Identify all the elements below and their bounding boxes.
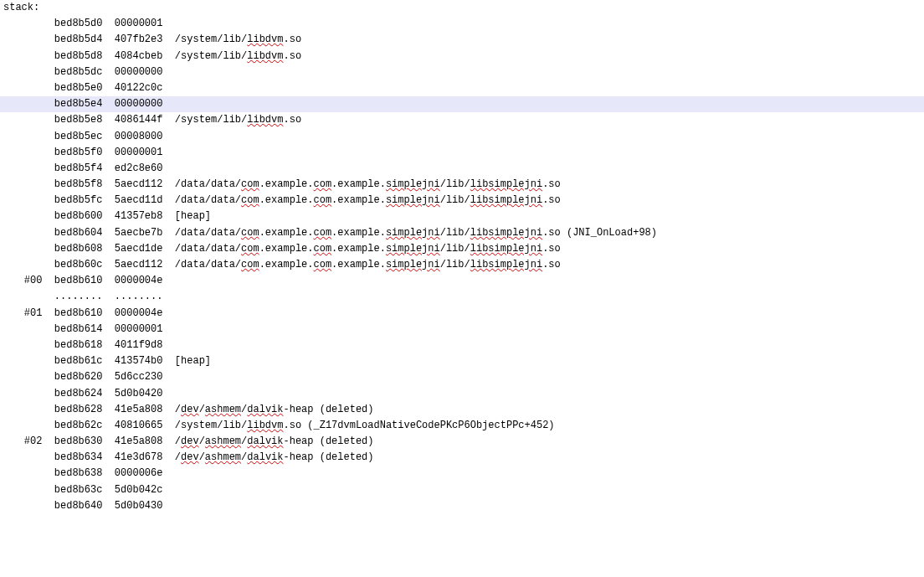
stack-row: bed8b604 5aecbe7b /data/data/com.example…: [0, 225, 924, 241]
stack-note-segment: /: [199, 404, 205, 415]
stack-note-segment: .example.: [331, 259, 386, 270]
stack-row-prefix: bed8b5ec 00008000: [0, 131, 162, 142]
stack-note-segment: /system/lib/: [175, 114, 247, 126]
stack-row: bed8b5d8 4084cbeb /system/lib/libdvm.so: [0, 49, 924, 64]
stack-note-segment: dev: [181, 404, 199, 415]
stack-note-segment: com: [241, 178, 259, 190]
stack-note-segment: /data/data/: [175, 259, 241, 270]
stack-row-prefix: bed8b618 4011f9d8: [0, 339, 162, 351]
stack-row: #01 bed8b610 0000004e: [0, 306, 924, 322]
stack-note-segment: /lib/: [440, 243, 470, 255]
stack-row-prefix: bed8b5f4 ed2c8e60: [0, 162, 162, 174]
stack-row: bed8b5e8 4086144f /system/lib/libdvm.so: [0, 112, 924, 128]
stack-row-prefix: bed8b5d8 4084cbeb: [0, 50, 175, 62]
stack-row-prefix: bed8b634 41e3d678: [0, 451, 175, 463]
stack-row-prefix: bed8b614 00000001: [0, 323, 162, 335]
stack-note-segment: .example.: [259, 194, 314, 206]
stack-note-segment: .example.: [259, 227, 314, 239]
stack-row: bed8b60c 5aecd112 /data/data/com.example…: [0, 257, 924, 273]
stack-note-segment: /data/data/: [175, 178, 241, 190]
stack-row: bed8b600 41357eb8 [heap]: [0, 209, 924, 224]
stack-note-segment: com: [241, 243, 259, 255]
stack-row: bed8b614 00000001: [0, 322, 924, 337]
stack-row: bed8b638 0000006e: [0, 466, 924, 482]
stack-row: bed8b63c 5d0b042c: [0, 482, 924, 498]
stack-note-segment: .example.: [331, 194, 386, 206]
stack-row-prefix: bed8b61c 413574b0: [0, 355, 175, 367]
stack-note-segment: com: [313, 259, 331, 270]
stack-row: bed8b5f4 ed2c8e60: [0, 161, 924, 177]
stack-note-segment: .so: [283, 33, 301, 45]
stack-note-segment: /lib/: [440, 194, 470, 206]
stack-note-segment: com: [313, 178, 331, 190]
stack-note-segment: libdvm: [247, 50, 283, 62]
stack-row: bed8b620 5d6cc230: [0, 369, 924, 385]
stack-note-segment: .so (_Z17dvmLoadNativeCodePKcP6ObjectPPc…: [283, 420, 554, 431]
stack-row: bed8b62c 40810665 /system/lib/libdvm.so …: [0, 418, 924, 434]
stack-note-segment: -heap (deleted): [284, 451, 374, 463]
stack-note-segment: com: [241, 227, 259, 239]
stack-row-prefix: bed8b5f0 00000001: [0, 147, 162, 158]
stack-title: stack:: [0, 0, 924, 16]
stack-row: bed8b618 4011f9d8: [0, 337, 924, 353]
stack-row-prefix: #00 bed8b610 0000004e: [0, 275, 162, 286]
stack-note-segment: /data/data/: [175, 227, 241, 239]
stack-row-prefix: bed8b5e4 00000000: [0, 98, 162, 110]
stack-note-segment: .so: [283, 114, 301, 126]
stack-note-segment: simplejni: [386, 178, 440, 190]
stack-row-prefix: bed8b5e0 40122c0c: [0, 82, 162, 94]
stack-note-segment: libdvm: [247, 420, 283, 431]
stack-note-segment: .example.: [259, 259, 314, 270]
stack-note-segment: dev: [181, 451, 199, 463]
stack-row-prefix: bed8b5f8 5aecd112: [0, 178, 175, 190]
stack-row: bed8b5f0 00000001: [0, 145, 924, 161]
stack-note-segment: simplejni: [386, 243, 440, 255]
stack-row-prefix: bed8b62c 40810665: [0, 420, 175, 431]
stack-row-prefix: bed8b5dc 00000000: [0, 66, 162, 78]
stack-note-segment: [heap]: [175, 210, 211, 222]
stack-note-segment: /system/lib/: [175, 50, 247, 62]
stack-note-segment: com: [241, 259, 259, 270]
stack-row: bed8b5fc 5aecd11d /data/data/com.example…: [0, 193, 924, 209]
stack-note-segment: libsimplejni: [470, 194, 542, 206]
stack-row: bed8b61c 413574b0 [heap]: [0, 353, 924, 369]
stack-row-prefix: bed8b600 41357eb8: [0, 210, 175, 222]
stack-note-segment: com: [313, 194, 331, 206]
stack-note-segment: libsimplejni: [470, 243, 542, 255]
stack-row-prefix: bed8b640 5d0b0430: [0, 500, 162, 512]
stack-note-segment: .so: [283, 50, 301, 62]
stack-note-segment: libsimplejni: [470, 227, 542, 239]
stack-row-prefix: bed8b60c 5aecd112: [0, 259, 175, 270]
stack-note-segment: /: [175, 435, 181, 447]
stack-note-segment: /data/data/: [175, 194, 241, 206]
stack-note-segment: /: [199, 435, 205, 447]
stack-note-segment: -heap (deleted): [284, 404, 374, 415]
stack-row-prefix: bed8b628 41e5a808: [0, 404, 175, 415]
stack-note-segment: dev: [181, 435, 199, 447]
stack-row-prefix: #02 bed8b630 41e5a808: [0, 435, 175, 447]
stack-note-segment: com: [313, 227, 331, 239]
stack-row: bed8b628 41e5a808 /dev/ashmem/dalvik-hea…: [0, 402, 924, 418]
stack-note-segment: /: [175, 404, 181, 415]
stack-note-segment: simplejni: [386, 259, 440, 270]
stack-note-segment: .so: [542, 259, 561, 270]
stack-row-prefix: bed8b604 5aecbe7b: [0, 227, 175, 239]
stack-note-segment: libsimplejni: [470, 259, 542, 270]
stack-row: bed8b640 5d0b0430: [0, 498, 924, 514]
stack-note-segment: -heap (deleted): [284, 435, 374, 447]
stack-row-prefix: bed8b5d0 00000001: [0, 18, 162, 29]
stack-note-segment: /lib/: [440, 227, 470, 239]
stack-note-segment: .example.: [331, 227, 386, 239]
stack-row-prefix: bed8b620 5d6cc230: [0, 371, 162, 383]
stack-note-segment: dalvik: [247, 451, 283, 463]
stack-note-segment: .example.: [259, 178, 314, 190]
stack-row-prefix: bed8b5e8 4086144f: [0, 114, 175, 126]
stack-note-segment: ashmem: [205, 404, 241, 415]
stack-row: ........ ........: [0, 289, 924, 305]
stack-row: bed8b634 41e3d678 /dev/ashmem/dalvik-hea…: [0, 450, 924, 466]
stack-note-segment: .so (JNI_OnLoad+98): [542, 227, 657, 239]
stack-note-segment: ashmem: [205, 435, 241, 447]
stack-row: #00 bed8b610 0000004e: [0, 273, 924, 289]
stack-note-segment: /lib/: [440, 178, 470, 190]
stack-note-segment: .so: [542, 194, 561, 206]
